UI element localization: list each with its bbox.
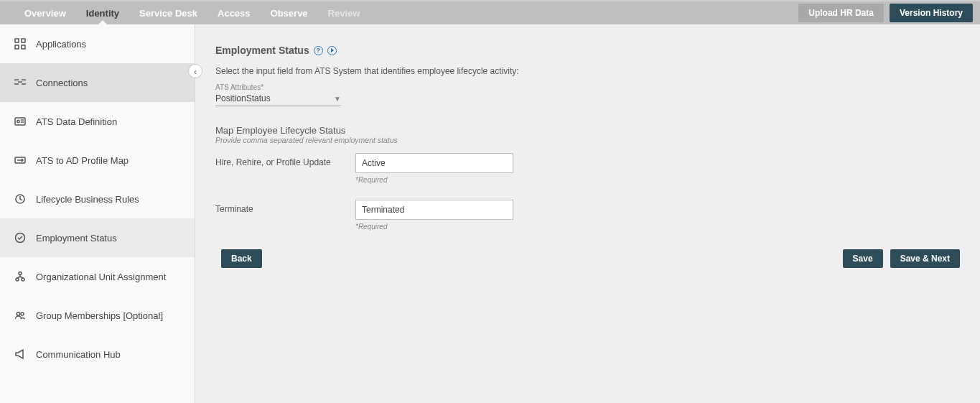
- help-icon[interactable]: ?: [314, 46, 323, 55]
- check-circle-icon: [14, 232, 26, 244]
- svg-rect-2: [15, 45, 19, 49]
- nav-overview[interactable]: Overview: [14, 1, 76, 24]
- save-button[interactable]: Save: [843, 249, 883, 268]
- svg-point-9: [19, 272, 22, 275]
- map-section-hint: Provide comma separated relevant employm…: [215, 136, 960, 144]
- collapse-sidebar-handle[interactable]: ‹: [188, 64, 202, 78]
- back-button[interactable]: Back: [221, 249, 262, 268]
- id-card-icon: [14, 116, 26, 127]
- terminate-status-input[interactable]: [355, 200, 513, 220]
- intro-text: Select the input field from ATS System t…: [215, 66, 960, 76]
- ats-attributes-value: PositionStatus: [215, 93, 271, 103]
- sidebar-item-connections[interactable]: Connections: [0, 63, 195, 102]
- users-icon: [14, 310, 26, 321]
- sidebar-item-label: Lifecycle Business Rules: [36, 194, 139, 205]
- nav-identity[interactable]: Identity: [76, 1, 129, 24]
- hire-label: Hire, Rehire, or Profile Update: [215, 153, 355, 167]
- apps-icon: [14, 38, 26, 50]
- version-history-button[interactable]: Version History: [890, 4, 973, 22]
- save-next-button[interactable]: Save & Next: [890, 249, 960, 268]
- sidebar-item-label: Employment Status: [36, 233, 117, 244]
- main-content: Employment Status ? Select the input fie…: [195, 24, 980, 403]
- svg-point-12: [17, 312, 19, 315]
- sidebar-item-label: Organizational Unit Assignment: [36, 272, 166, 282]
- terminate-label: Terminate: [215, 200, 355, 214]
- sidebar-item-label: Group Memberships [Optional]: [36, 310, 163, 321]
- svg-point-11: [22, 278, 24, 281]
- sidebar-item-label: ATS to AD Profile Map: [36, 155, 129, 166]
- svg-rect-1: [22, 39, 25, 42]
- sidebar-item-ats-ad-profile-map[interactable]: ATS to AD Profile Map: [0, 141, 195, 180]
- sidebar-item-applications[interactable]: Applications: [0, 24, 195, 63]
- svg-point-10: [16, 278, 19, 281]
- sidebar-item-employment-status[interactable]: Employment Status: [0, 218, 195, 257]
- sidebar-item-label: Communication Hub: [36, 349, 121, 360]
- svg-point-5: [17, 120, 19, 122]
- required-note: *Required: [355, 223, 513, 231]
- page-title: Employment Status: [215, 45, 309, 56]
- map-section-title: Map Employee Lifecycle Status: [215, 125, 960, 136]
- ats-attributes-select[interactable]: PositionStatus ▼: [215, 91, 341, 106]
- svg-point-13: [21, 312, 24, 315]
- chevron-down-icon: ▼: [334, 95, 341, 103]
- link-icon: [14, 77, 26, 88]
- nav-review[interactable]: Review: [318, 1, 370, 24]
- sidebar-item-ats-data-definition[interactable]: ATS Data Definition: [0, 102, 195, 141]
- required-note: *Required: [355, 176, 513, 184]
- svg-rect-0: [15, 39, 19, 42]
- play-icon[interactable]: [327, 46, 337, 55]
- sidebar: Applications Connections ATS Data Defini…: [0, 24, 195, 403]
- mapping-icon: [14, 154, 26, 166]
- sidebar-item-communication-hub[interactable]: Communication Hub: [0, 335, 195, 374]
- ats-attributes-label: ATS Attributes*: [215, 83, 960, 91]
- cycle-icon: [14, 193, 26, 205]
- sidebar-item-label: Applications: [36, 39, 86, 50]
- upload-hr-data-button[interactable]: Upload HR Data: [798, 4, 884, 22]
- sidebar-item-group-memberships[interactable]: Group Memberships [Optional]: [0, 296, 195, 335]
- svg-rect-3: [22, 45, 25, 49]
- sidebar-item-org-unit-assignment[interactable]: Organizational Unit Assignment: [0, 257, 195, 296]
- hire-status-input[interactable]: [355, 153, 513, 173]
- sidebar-item-label: ATS Data Definition: [36, 116, 117, 127]
- megaphone-icon: [14, 348, 26, 360]
- chevron-left-icon: ‹: [194, 66, 197, 77]
- top-navbar: Overview Identity Service Desk Access Ob…: [0, 1, 980, 24]
- org-icon: [14, 271, 26, 282]
- sidebar-item-label: Connections: [36, 78, 88, 88]
- nav-observe[interactable]: Observe: [261, 1, 318, 24]
- nav-service-desk[interactable]: Service Desk: [129, 1, 207, 24]
- sidebar-item-lifecycle-rules[interactable]: Lifecycle Business Rules: [0, 180, 195, 218]
- nav-access[interactable]: Access: [207, 1, 261, 24]
